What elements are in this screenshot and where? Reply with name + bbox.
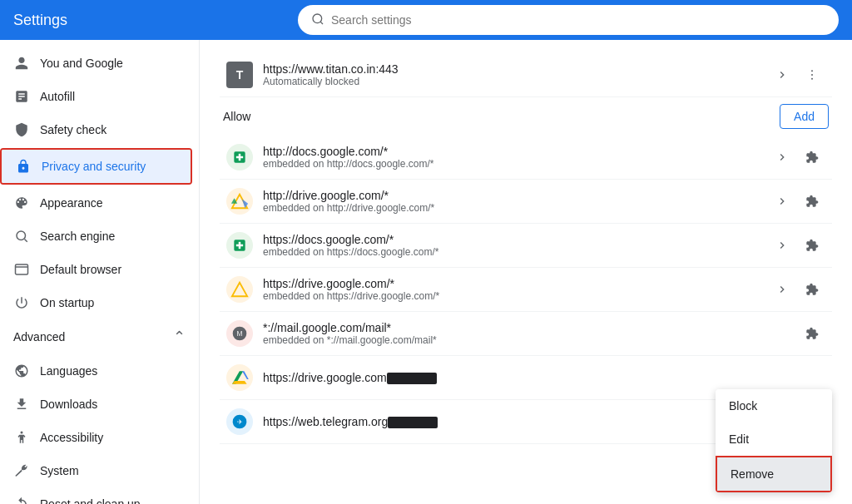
svg-line-3 bbox=[24, 239, 27, 241]
allow-site-url-2: https://docs.google.com/* bbox=[263, 233, 769, 246]
advanced-label: Advanced bbox=[13, 330, 65, 343]
blocked-chevron-btn[interactable] bbox=[769, 62, 795, 88]
allow-site-row-3: https://drive.google.com/* embedded on h… bbox=[220, 268, 832, 312]
svg-point-0 bbox=[313, 14, 322, 23]
site-actions-3 bbox=[769, 276, 825, 303]
svg-point-2 bbox=[17, 231, 26, 240]
topbar-title: Settings bbox=[13, 12, 288, 29]
context-edit[interactable]: Edit bbox=[716, 422, 832, 456]
site-puzzle-btn-3[interactable] bbox=[799, 276, 825, 303]
blocked-site-url: https://www.titan.co.in:443 bbox=[263, 62, 769, 76]
sidebar-label-you-and-google: You and Google bbox=[40, 57, 123, 70]
drive-favicon-3 bbox=[226, 276, 253, 303]
sidebar-item-safety-check[interactable]: Safety check bbox=[0, 113, 192, 146]
sidebar-item-system[interactable]: System bbox=[0, 454, 192, 487]
reset-icon bbox=[13, 496, 30, 504]
blocked-favicon: T bbox=[226, 62, 253, 88]
site-puzzle-btn-1[interactable] bbox=[799, 188, 825, 215]
context-menu: Block Edit Remove bbox=[716, 389, 832, 492]
site-chevron-btn-1[interactable] bbox=[769, 188, 795, 215]
svg-point-9 bbox=[811, 78, 813, 80]
blocked-site-info: https://www.titan.co.in:443 Automaticall… bbox=[263, 62, 769, 87]
svg-point-7 bbox=[811, 70, 813, 72]
sidebar: You and Google Autofill Safety check Pri… bbox=[0, 40, 200, 504]
site-actions-4 bbox=[799, 320, 825, 347]
allow-site-sub-3: embedded on https://drive.google.com/* bbox=[263, 290, 769, 302]
search-icon bbox=[311, 12, 324, 28]
sidebar-label-downloads: Downloads bbox=[40, 398, 97, 411]
svg-point-6 bbox=[21, 432, 23, 434]
docs-favicon-0 bbox=[226, 144, 253, 170]
add-button[interactable]: Add bbox=[780, 104, 829, 129]
redacted-text-6 bbox=[388, 417, 438, 428]
context-remove[interactable]: Remove bbox=[716, 456, 832, 492]
lock-icon bbox=[15, 158, 32, 175]
allow-label: Allow bbox=[223, 110, 250, 123]
allow-site-row-0: http://docs.google.com/* embedded on htt… bbox=[220, 136, 832, 180]
sidebar-item-accessibility[interactable]: Accessibility bbox=[0, 421, 192, 454]
shield-icon bbox=[13, 121, 30, 138]
sidebar-item-privacy-and-security[interactable]: Privacy and security bbox=[2, 150, 191, 183]
sidebar-item-appearance[interactable]: Appearance bbox=[0, 186, 192, 220]
blocked-site-sub: Automatically blocked bbox=[263, 76, 769, 87]
allow-site-row-4: M *://mail.google.com/mail* embedded on … bbox=[220, 312, 832, 356]
content-area: T https://www.titan.co.in:443 Automatica… bbox=[200, 40, 852, 504]
allow-site-info-3: https://drive.google.com/* embedded on h… bbox=[263, 277, 769, 302]
sidebar-label-accessibility: Accessibility bbox=[40, 431, 103, 444]
allow-site-url-4: *://mail.google.com/mail* bbox=[263, 321, 799, 334]
sidebar-item-languages[interactable]: Languages bbox=[0, 354, 192, 388]
sidebar-item-downloads[interactable]: Downloads bbox=[0, 388, 192, 421]
site-chevron-btn-0[interactable] bbox=[769, 144, 795, 170]
site-actions-1 bbox=[769, 188, 825, 215]
site-actions-2 bbox=[769, 232, 825, 259]
sidebar-label-search-engine: Search engine bbox=[40, 230, 115, 243]
search-container bbox=[298, 5, 839, 35]
topbar: Settings bbox=[0, 0, 852, 40]
wrench-icon bbox=[13, 462, 30, 479]
search-input[interactable] bbox=[331, 13, 825, 27]
drive-favicon-1 bbox=[226, 188, 253, 215]
palette-icon bbox=[13, 195, 30, 211]
site-chevron-btn-2[interactable] bbox=[769, 232, 795, 259]
person-icon bbox=[13, 55, 30, 72]
sidebar-label-privacy: Privacy and security bbox=[42, 160, 146, 173]
main-layout: You and Google Autofill Safety check Pri… bbox=[0, 40, 852, 504]
sidebar-item-default-browser[interactable]: Default browser bbox=[0, 253, 192, 286]
globe-icon bbox=[13, 363, 30, 379]
allow-site-info-4: *://mail.google.com/mail* embedded on *:… bbox=[263, 321, 799, 346]
allow-site-info-5: https://drive.google.com bbox=[263, 371, 825, 384]
download-icon bbox=[13, 396, 30, 413]
browser-icon bbox=[13, 261, 30, 278]
allow-site-sub-0: embedded on http://docs.google.com/* bbox=[263, 158, 769, 170]
sidebar-item-autofill[interactable]: Autofill bbox=[0, 80, 192, 113]
blocked-more-btn[interactable] bbox=[799, 62, 825, 88]
allow-site-sub-4: embedded on *://mail.google.com/mail* bbox=[263, 334, 799, 346]
chevron-up-icon: ⌃ bbox=[173, 328, 186, 346]
blocked-row-actions bbox=[769, 62, 825, 88]
svg-line-1 bbox=[320, 22, 323, 24]
autofill-icon bbox=[13, 88, 30, 105]
drive-favicon-5 bbox=[226, 364, 253, 391]
context-block[interactable]: Block bbox=[716, 389, 832, 422]
allow-site-url-5: https://drive.google.com bbox=[263, 371, 825, 384]
sidebar-item-on-startup[interactable]: On startup bbox=[0, 286, 192, 319]
site-puzzle-btn-4[interactable] bbox=[799, 320, 825, 347]
docs-favicon-2 bbox=[226, 232, 253, 259]
site-puzzle-btn-2[interactable] bbox=[799, 232, 825, 259]
allow-site-info-0: http://docs.google.com/* embedded on htt… bbox=[263, 145, 769, 170]
sidebar-item-search-engine[interactable]: Search engine bbox=[0, 220, 192, 253]
accessibility-icon bbox=[13, 429, 30, 446]
sidebar-item-you-and-google[interactable]: You and Google bbox=[0, 47, 192, 80]
sidebar-label-appearance: Appearance bbox=[40, 196, 103, 210]
allow-site-info-2: https://docs.google.com/* embedded on ht… bbox=[263, 233, 769, 258]
svg-text:M: M bbox=[237, 329, 243, 338]
allow-site-info-1: http://drive.google.com/* embedded on ht… bbox=[263, 189, 769, 214]
sidebar-item-reset[interactable]: Reset and clean up bbox=[0, 487, 192, 504]
blocked-site-row: T https://www.titan.co.in:443 Automatica… bbox=[220, 53, 832, 97]
svg-point-8 bbox=[811, 74, 813, 76]
advanced-section-header[interactable]: Advanced ⌃ bbox=[0, 319, 199, 354]
allow-site-url-0: http://docs.google.com/* bbox=[263, 145, 769, 158]
site-puzzle-btn-0[interactable] bbox=[799, 144, 825, 170]
site-chevron-btn-3[interactable] bbox=[769, 276, 795, 303]
sidebar-label-system: System bbox=[40, 464, 79, 477]
